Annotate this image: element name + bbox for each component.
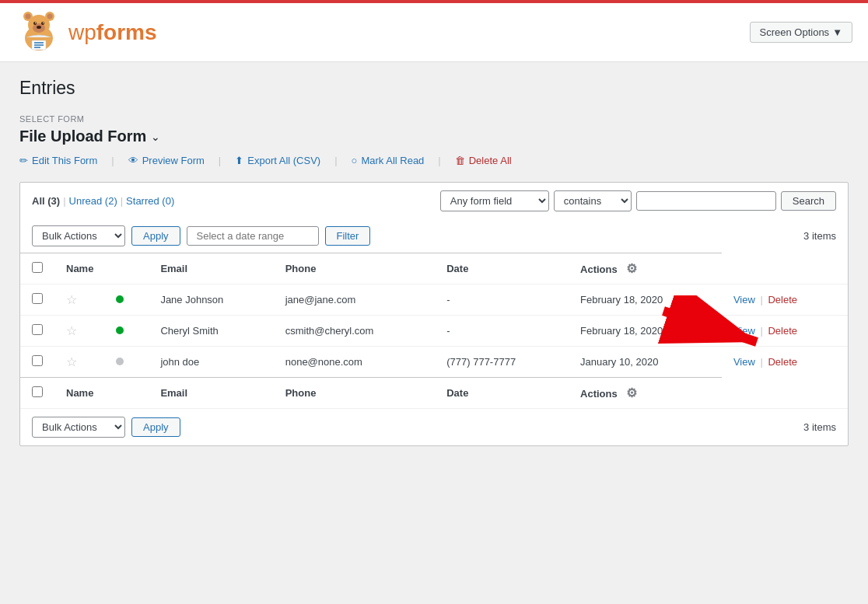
svg-point-11 [37,26,41,29]
bear-mascot-icon [16,11,62,54]
table-top-actions-bar: Bulk Actions Delete Apply Filter 3 items [20,219,848,253]
select-all-checkbox[interactable] [32,262,43,273]
footer-name-col: Name [54,378,149,409]
filter-all-link[interactable]: All (3) [32,195,60,207]
column-settings-icon[interactable]: ⚙ [626,262,637,275]
bulk-actions-select-top[interactable]: Bulk Actions Delete [32,225,125,246]
read-status-indicator[interactable] [116,295,124,303]
entries-table: Name Email Phone Date [20,253,848,408]
svg-point-4 [26,14,31,19]
wp-header: wpforms Screen Options ▼ [0,0,868,62]
row-checkbox-cell [20,316,54,347]
row-name-cell: Cheryl Smith [149,316,273,347]
items-count-top: 3 items [803,230,836,242]
search-button[interactable]: Search [781,191,836,211]
table-area: Name Email Phone Date [20,253,848,408]
table-wrapper: All (3) | Unread (2) | Starred (0) [19,182,849,446]
header-name-col: Name [54,253,149,285]
select-all-checkbox-bottom[interactable] [32,386,43,397]
delete-entry-link[interactable]: Delete [768,356,797,368]
column-settings-icon-bottom[interactable]: ⚙ [626,386,637,400]
row-actions-cell: View | Delete [722,347,848,378]
delete-entry-link[interactable]: Delete [768,325,797,337]
edit-form-link[interactable]: ✏ Edit This Form [19,155,97,166]
table-bottom-bar: Bulk Actions Delete Apply 3 items [20,408,848,445]
row-email-cell: none@none.com [274,347,436,378]
row-star-cell: ☆ [54,285,104,316]
condition-select[interactable]: contains is is not starts with ends with [554,190,632,211]
edit-icon: ✏ [19,155,28,166]
row-actions-cell: View | Delete [722,316,848,347]
export-icon: ⬆ [235,155,243,166]
header-email-col: Email [149,253,273,285]
search-input[interactable] [636,191,776,211]
main-content: Entries SELECT FORM File Upload Form ⌄ ✏… [0,62,868,600]
star-icon[interactable]: ☆ [66,355,77,368]
form-selector-chevron-icon[interactable]: ⌄ [151,131,160,143]
table-body: ☆ Jane Johnson jane@jane.com [20,285,848,378]
row-checkbox[interactable] [32,355,43,366]
table-row: ☆ Cheryl Smith csmith@cheryl.com [20,316,848,347]
row-actions-cell: View | Delete [722,285,848,316]
row-checkbox[interactable] [32,324,43,335]
row-read-cell [104,316,149,347]
apply-button-top[interactable]: Apply [131,226,180,246]
view-entry-link[interactable]: View [733,325,755,337]
row-date-cell: January 10, 2020 [569,347,722,378]
header-phone-col: Phone [274,253,436,285]
star-icon[interactable]: ☆ [66,324,77,337]
view-entry-link[interactable]: View [733,294,755,305]
table-row: ☆ john doe none@none.com [20,347,848,378]
delete-entry-link[interactable]: Delete [768,294,797,305]
filter-starred-link[interactable]: Starred (0) [126,195,174,207]
delete-all-link[interactable]: 🗑 Delete All [455,155,512,166]
table-header-row: Name Email Phone Date [20,253,848,285]
table-footer-row: Name Email Phone Date [20,378,848,409]
filter-unread-link[interactable]: Unread (2) [69,195,117,207]
svg-point-7 [33,22,37,25]
row-name-cell: Jane Johnson [149,285,273,316]
entries-table-container: All (3) | Unread (2) | Starred (0) [19,182,849,446]
footer-phone-col: Phone [274,378,436,409]
items-count-bottom: 3 items [803,421,836,433]
export-csv-link[interactable]: ⬆ Export All (CSV) [235,155,320,166]
form-selector: File Upload Form ⌄ [19,127,849,145]
row-checkbox-cell [20,347,54,378]
table-header: Name Email Phone Date [20,253,848,285]
svg-point-5 [47,14,53,19]
date-range-input[interactable] [187,226,319,246]
row-email-cell: jane@jane.com [274,285,436,316]
svg-point-9 [35,23,36,23]
row-read-cell [104,347,149,378]
search-bar: Any form field Name Email Phone contains… [440,190,836,211]
view-entry-link[interactable]: View [733,356,755,368]
header-checkbox-col [20,253,54,285]
form-selector-title: File Upload Form [19,127,146,145]
row-read-cell [104,285,149,316]
preview-form-link[interactable]: 👁 Preview Form [128,155,205,166]
form-field-select[interactable]: Any form field Name Email Phone [440,190,549,211]
filter-button[interactable]: Filter [325,226,371,246]
logo-forms: forms [96,20,157,44]
footer-checkbox-col [20,378,54,409]
select-form-label: SELECT FORM [19,114,849,124]
mark-all-read-link[interactable]: ○ Mark All Read [352,155,425,166]
row-checkbox[interactable] [32,293,43,304]
footer-date-col: Date [435,378,569,409]
header-actions-col: Actions ⚙ [569,253,722,285]
row-star-cell: ☆ [54,347,104,378]
trash-icon: 🗑 [455,155,465,166]
apply-button-bottom[interactable]: Apply [131,417,180,437]
footer-email-col: Email [149,378,273,409]
read-status-indicator[interactable] [116,358,124,365]
logo-wp: wp [68,20,96,44]
form-actions-bar: ✏ Edit This Form | 👁 Preview Form | ⬆ Ex… [19,155,849,166]
row-star-cell: ☆ [54,316,104,347]
star-icon[interactable]: ☆ [66,293,77,306]
svg-point-10 [43,23,44,23]
row-name-cell: john doe [149,347,273,378]
screen-options-button[interactable]: Screen Options ▼ [750,22,852,43]
read-status-indicator[interactable] [116,326,124,334]
row-date-cell: February 18, 2020 [569,285,722,316]
bulk-actions-select-bottom[interactable]: Bulk Actions Delete [32,417,125,438]
